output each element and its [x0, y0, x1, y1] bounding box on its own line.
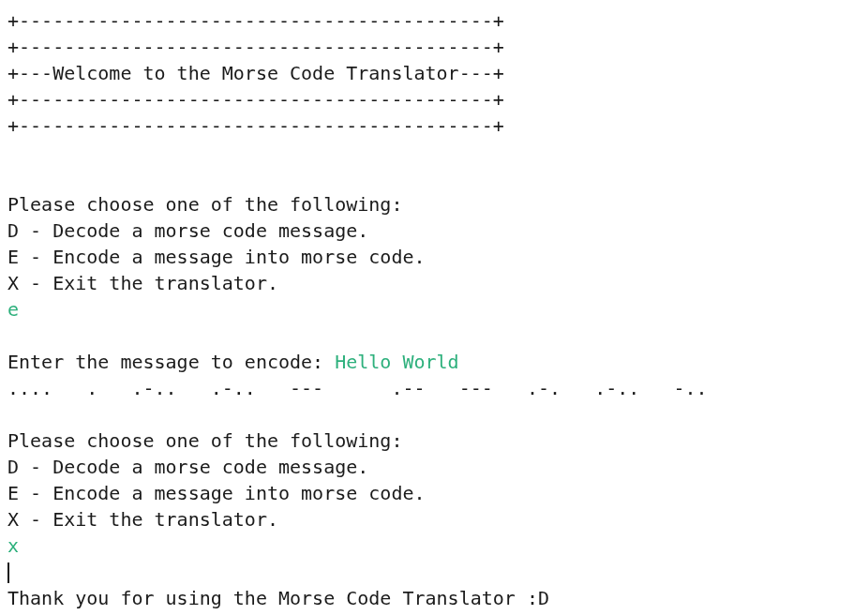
morse-output: .... . .-.. .-.. --- .-- --- .-. .-.. -.… — [7, 377, 708, 399]
banner-border-3: +---------------------------------------… — [7, 88, 504, 111]
banner-border-1: +---------------------------------------… — [7, 9, 504, 32]
user-choice-1[interactable]: e — [7, 298, 19, 321]
banner-title: +---Welcome to the Morse Code Translator… — [7, 62, 504, 84]
banner-border-4: +---------------------------------------… — [7, 114, 504, 137]
user-choice-2[interactable]: x — [7, 534, 19, 557]
exit-message: Thank you for using the Morse Code Trans… — [7, 587, 549, 609]
menu-option-x-2: X - Exit the translator. — [7, 508, 278, 531]
menu-option-d-1: D - Decode a morse code message. — [7, 219, 368, 242]
menu-option-e-1: E - Encode a message into morse code. — [7, 246, 426, 268]
terminal-cursor — [7, 562, 9, 583]
menu-option-d-2: D - Decode a morse code message. — [7, 456, 368, 478]
encode-prompt: Enter the message to encode: — [7, 351, 335, 373]
encode-input[interactable]: Hello World — [335, 351, 458, 373]
menu-prompt-1: Please choose one of the following: — [7, 193, 402, 216]
banner-border-2: +---------------------------------------… — [7, 36, 504, 58]
menu-prompt-2: Please choose one of the following: — [7, 429, 402, 452]
menu-option-e-2: E - Encode a message into morse code. — [7, 482, 426, 504]
menu-option-x-1: X - Exit the translator. — [7, 272, 278, 294]
